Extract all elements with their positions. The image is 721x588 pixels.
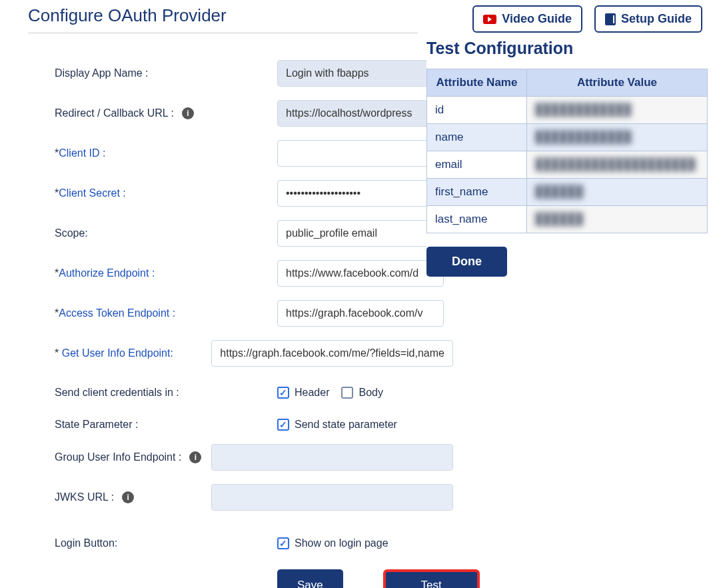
attr-value-header: Attribute Value — [527, 69, 708, 97]
info-icon[interactable]: i — [122, 491, 134, 503]
header-checkbox[interactable] — [277, 387, 289, 399]
authorize-endpoint-input[interactable] — [277, 260, 444, 287]
info-icon[interactable]: i — [182, 107, 194, 119]
book-icon — [605, 13, 616, 25]
test-configuration-title: Test Configuration — [426, 39, 708, 58]
label-scope: Scope: — [55, 227, 277, 239]
table-row: first_name██████ — [427, 179, 708, 206]
redirect-url-input[interactable] — [277, 100, 444, 127]
label-jwks-url: JWKS URL : i — [55, 491, 211, 503]
video-guide-button[interactable]: Video Guide — [472, 5, 582, 33]
attr-value-cell: ████████████ — [527, 97, 708, 124]
test-configuration-panel: Test Configuration Attribute Name Attrib… — [426, 39, 708, 277]
attr-value-cell: ██████ — [527, 179, 708, 206]
label-access-token-endpoint: *Access Token Endpoint : — [55, 307, 277, 319]
page-title: Configure OAuth Provider — [28, 5, 418, 26]
userinfo-endpoint-input[interactable] — [211, 340, 453, 367]
title-underline — [28, 33, 418, 33]
attr-name-cell: email — [427, 151, 527, 179]
group-userinfo-input[interactable] — [211, 444, 453, 471]
access-token-endpoint-input[interactable] — [277, 300, 444, 327]
attr-name-cell: id — [427, 97, 527, 124]
save-settings-button[interactable]: Save settings — [277, 569, 343, 588]
label-group-userinfo: Group User Info Endpoint : i — [55, 451, 211, 463]
table-row: email████████████████████ — [427, 151, 708, 179]
label-redirect-url: Redirect / Callback URL : i — [55, 107, 277, 119]
info-icon[interactable]: i — [189, 451, 201, 463]
test-configuration-button[interactable]: Test Configuration — [383, 569, 480, 588]
show-login-checkbox-label: Show on login page — [295, 537, 388, 549]
client-id-input[interactable] — [277, 140, 444, 167]
state-parameter-checkbox[interactable] — [277, 419, 289, 431]
scope-input[interactable] — [277, 220, 444, 247]
jwks-url-input[interactable] — [211, 484, 453, 511]
attr-name-cell: last_name — [427, 206, 527, 233]
setup-guide-label: Setup Guide — [621, 12, 692, 26]
show-login-checkbox[interactable] — [277, 537, 289, 549]
label-send-credentials: Send client credentials in : — [55, 387, 277, 399]
done-button[interactable]: Done — [426, 247, 507, 277]
label-authorize-endpoint: *Authorize Endpoint : — [55, 267, 277, 279]
attr-name-header: Attribute Name — [427, 69, 527, 97]
attr-value-cell: ██████ — [527, 206, 708, 233]
attr-name-cell: name — [427, 124, 527, 151]
label-login-button: Login Button: — [55, 537, 277, 549]
table-row: name████████████ — [427, 124, 708, 151]
setup-guide-button[interactable]: Setup Guide — [594, 5, 702, 33]
youtube-icon — [483, 15, 496, 24]
label-display-app-name: Display App Name : — [55, 67, 277, 79]
table-row: id████████████ — [427, 97, 708, 124]
attribute-table: Attribute Name Attribute Value id███████… — [426, 69, 708, 233]
label-userinfo-endpoint: * Get User Info Endpoint: — [55, 347, 211, 359]
table-row: last_name██████ — [427, 206, 708, 233]
client-secret-input[interactable] — [277, 180, 444, 207]
body-checkbox-label: Body — [359, 387, 382, 399]
attr-value-cell: ████████████████████ — [527, 151, 708, 179]
attr-name-cell: first_name — [427, 179, 527, 206]
label-state-parameter: State Parameter : — [55, 419, 277, 431]
video-guide-label: Video Guide — [502, 12, 572, 26]
attr-value-cell: ████████████ — [527, 124, 708, 151]
display-app-name-input[interactable] — [277, 60, 444, 87]
header-checkbox-label: Header — [295, 387, 329, 399]
label-client-secret: *Client Secret : — [55, 187, 277, 199]
label-client-id: *Client ID : — [55, 147, 277, 159]
body-checkbox[interactable] — [341, 387, 353, 399]
state-parameter-checkbox-label: Send state parameter — [295, 419, 397, 431]
